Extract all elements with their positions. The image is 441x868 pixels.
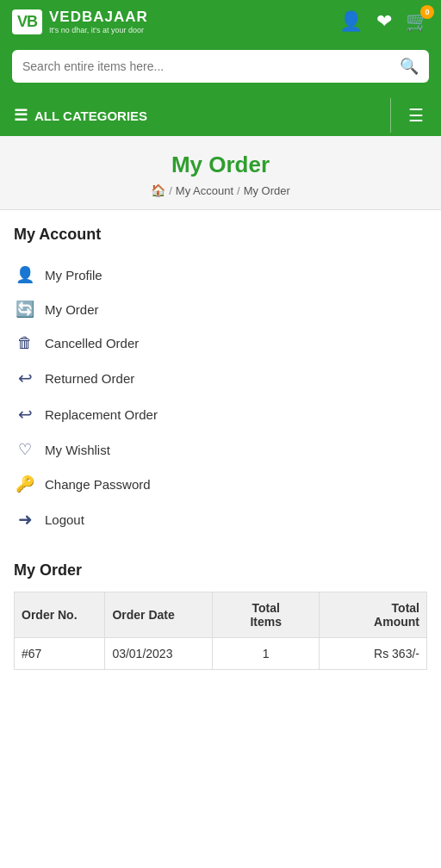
sidebar-item-returned-order[interactable]: ↩ Returned Order [14, 360, 427, 396]
sidebar-item-my-profile[interactable]: 👤 My Profile [14, 257, 427, 292]
breadcrumb-current: My Order [244, 184, 290, 197]
cell-order-date: 03/01/2023 [105, 638, 213, 670]
logo-text: VEDBAJAAR It's no dhar, it's at your doo… [49, 9, 148, 34]
account-menu: 👤 My Profile 🔄 My Order 🗑 Cancelled Orde… [14, 257, 427, 537]
order-table-body: #67 03/01/2023 1 Rs 363/- [15, 638, 427, 670]
search-input[interactable] [22, 59, 400, 73]
header-icons: 👤 ❤ 🛒 0 [339, 10, 429, 33]
all-categories-button[interactable]: ☰ ALL CATEGORIES [0, 96, 390, 135]
logo-initials: VB [17, 13, 37, 31]
search-bar: 🔍 [0, 43, 441, 95]
profile-icon: 👤 [16, 265, 34, 284]
breadcrumb-home-icon[interactable]: 🏠 [151, 183, 165, 197]
cell-total-amount: Rs 363/- [320, 638, 427, 670]
breadcrumb: 🏠 / My Account / My Order [9, 183, 432, 197]
sidebar-item-change-password[interactable]: 🔑 Change Password [14, 467, 427, 501]
menu-label-logout: Logout [45, 512, 84, 527]
order-table: Order No. Order Date TotalItems TotalAmo… [14, 592, 427, 670]
account-section-title: My Account [14, 226, 427, 244]
menu-label-my-order: My Order [45, 302, 99, 317]
main-content: My Account 👤 My Profile 🔄 My Order 🗑 Can… [0, 210, 441, 685]
table-row[interactable]: #67 03/01/2023 1 Rs 363/- [15, 638, 427, 670]
col-header-total-amount: TotalAmount [320, 592, 427, 638]
logo-box: VB [12, 9, 42, 34]
categories-label: ALL CATEGORIES [34, 108, 147, 123]
order-table-header-row: Order No. Order Date TotalItems TotalAmo… [15, 592, 427, 638]
brand-name: VEDBAJAAR [49, 9, 148, 26]
hamburger-icon: ☰ [14, 106, 28, 125]
wishlist-icon[interactable]: ❤ [376, 10, 392, 33]
logout-icon: ➜ [16, 509, 34, 530]
page-title: My Order [9, 152, 432, 178]
menu-label-wishlist: My Wishlist [45, 443, 110, 457]
menu-label-change-password: Change Password [45, 477, 151, 492]
col-header-order-no: Order No. [15, 592, 105, 638]
cell-total-items: 1 [212, 638, 320, 670]
sidebar-item-logout[interactable]: ➜ Logout [14, 501, 427, 537]
col-header-order-date: Order Date [105, 592, 213, 638]
header: VB VEDBAJAAR It's no dhar, it's at your … [0, 0, 441, 136]
brand-tagline: It's no dhar, it's at your door [49, 26, 148, 34]
returned-icon: ↩ [16, 368, 34, 388]
password-icon: 🔑 [16, 474, 34, 493]
order-table-head: Order No. Order Date TotalItems TotalAmo… [15, 592, 427, 638]
my-order-section-title: My Order [14, 561, 427, 580]
sidebar-item-replacement-order[interactable]: ↩ Replacement Order [14, 396, 427, 432]
menu-label-returned: Returned Order [45, 371, 134, 386]
replacement-icon: ↩ [16, 404, 34, 425]
page-title-area: My Order 🏠 / My Account / My Order [0, 136, 441, 210]
cart-icon[interactable]: 🛒 0 [406, 10, 429, 33]
menu-label-cancelled: Cancelled Order [45, 336, 139, 350]
breadcrumb-sep-1: / [169, 184, 172, 197]
sidebar-item-my-wishlist[interactable]: ♡ My Wishlist [14, 432, 427, 467]
wishlist-menu-icon: ♡ [16, 440, 34, 459]
nav-bar: ☰ ALL CATEGORIES ☰ [0, 95, 441, 136]
sidebar-item-cancelled-order[interactable]: 🗑 Cancelled Order [14, 326, 427, 360]
nav-menu-icon[interactable]: ☰ [391, 95, 441, 136]
menu-label-replacement: Replacement Order [45, 407, 158, 422]
breadcrumb-account-link[interactable]: My Account [176, 184, 233, 197]
cart-badge: 0 [420, 5, 434, 19]
search-inner: 🔍 [12, 50, 429, 83]
logo-area[interactable]: VB VEDBAJAAR It's no dhar, it's at your … [12, 9, 148, 34]
col-header-total-items: TotalItems [212, 592, 320, 638]
menu-label-my-profile: My Profile [45, 268, 102, 282]
order-icon: 🔄 [16, 300, 34, 319]
search-icon[interactable]: 🔍 [400, 57, 419, 76]
breadcrumb-sep-2: / [237, 184, 240, 197]
cancelled-icon: 🗑 [16, 334, 34, 352]
cell-order-no: #67 [15, 638, 105, 670]
sidebar-item-my-order[interactable]: 🔄 My Order [14, 292, 427, 326]
user-icon[interactable]: 👤 [339, 10, 363, 33]
